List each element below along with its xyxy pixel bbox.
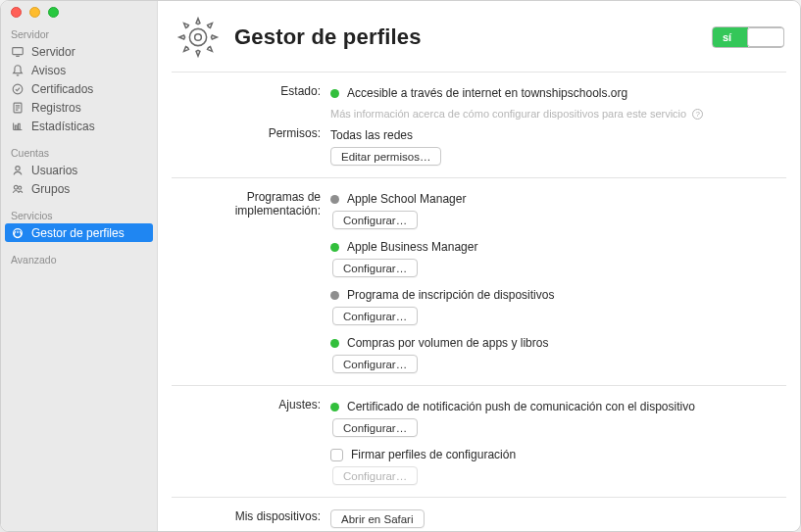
section-estado: Estado: Accesible a través de internet e… — [172, 73, 786, 178]
sidebar-item-gestor-perfiles[interactable]: Gestor de perfiles — [5, 223, 153, 242]
permisos-value: Todas las redes — [330, 128, 413, 142]
sidebar-group-cuentas: Usuarios Grupos — [1, 161, 157, 198]
sidebar-item-registros[interactable]: Registros — [1, 98, 157, 117]
ajustes-sign-label: Firmar perfiles de configuración — [351, 448, 516, 461]
configure-vpp-button[interactable]: Configurar… — [332, 355, 418, 373]
window-zoom-button[interactable] — [48, 7, 59, 18]
section-programas: Programas de implementación: Apple Schoo… — [172, 178, 786, 386]
svg-rect-0 — [13, 47, 24, 54]
status-dot-dep — [330, 291, 339, 300]
status-dot-estado — [330, 89, 339, 98]
gear-icon — [175, 15, 221, 60]
document-icon — [11, 101, 25, 115]
label-ajustes: Ajustes: — [172, 398, 330, 411]
switch-on-label: sí — [723, 31, 731, 43]
open-safari-devices-button[interactable]: Abrir en Safari — [330, 509, 425, 528]
program-dep: Programa de inscripción de dispositivos — [347, 288, 554, 302]
sidebar: Servidor Servidor Avisos Certificados — [1, 1, 158, 531]
gear-power-icon — [11, 226, 25, 240]
sidebar-item-certificados[interactable]: Certificados — [1, 79, 157, 98]
edit-permissions-button[interactable]: Editar permisos… — [330, 147, 441, 166]
sidebar-item-servidor[interactable]: Servidor — [1, 42, 157, 61]
configure-push-button[interactable]: Configurar… — [332, 418, 418, 437]
program-vpp: Compras por volumen de apps y libros — [347, 336, 548, 350]
sidebar-section-cuentas: Cuentas — [1, 141, 157, 161]
label-programas: Programas de implementación: — [172, 190, 330, 218]
sidebar-item-label: Avisos — [31, 64, 66, 77]
svg-point-10 — [195, 34, 202, 41]
sidebar-item-grupos[interactable]: Grupos — [1, 179, 157, 198]
ajustes-push-label: Certificado de notificación push de comu… — [347, 400, 695, 413]
section-links: Mis dispositivos: Abrir en Safari Gestor… — [172, 498, 786, 531]
sidebar-section-servicios: Servicios — [1, 204, 157, 223]
estado-text: Accesible a través de internet en townsh… — [347, 86, 627, 100]
info-icon[interactable]: ? — [692, 109, 703, 120]
label-estado: Estado: — [172, 84, 330, 98]
bell-icon — [11, 64, 25, 77]
sign-profiles-checkbox[interactable] — [330, 449, 343, 461]
section-ajustes: Ajustes: Certificado de notificación pus… — [172, 386, 786, 498]
sidebar-item-avisos[interactable]: Avisos — [1, 61, 157, 79]
sidebar-item-usuarios[interactable]: Usuarios — [1, 161, 157, 179]
window-minimize-button[interactable] — [29, 7, 40, 18]
svg-rect-4 — [18, 123, 20, 129]
users-icon — [11, 182, 25, 196]
estado-hint-row: Más información acerca de cómo configura… — [330, 105, 786, 122]
configure-abm-button[interactable]: Configurar… — [332, 259, 418, 277]
svg-point-5 — [16, 166, 20, 169]
user-icon — [11, 164, 25, 177]
window-traffic-lights — [1, 5, 157, 23]
form-rows: Estado: Accesible a través de internet e… — [172, 73, 786, 531]
estado-hint: Más información acerca de cómo configura… — [330, 108, 686, 120]
sidebar-item-label: Servidor — [31, 45, 75, 59]
app-window: Servidor Servidor Avisos Certificados — [0, 0, 801, 532]
sidebar-item-label: Grupos — [31, 182, 70, 196]
svg-point-1 — [13, 84, 23, 94]
status-dot-asm — [330, 195, 339, 204]
page-title: Gestor de perfiles — [234, 24, 422, 50]
window-close-button[interactable] — [11, 7, 22, 18]
sidebar-group-servidor: Servidor Avisos Certificados Registros — [1, 42, 157, 135]
chart-icon — [11, 120, 25, 133]
configure-dep-button[interactable]: Configurar… — [332, 307, 418, 325]
label-mis-dispositivos: Mis dispositivos: — [172, 509, 330, 523]
status-dot-vpp — [330, 339, 339, 348]
sidebar-item-label: Estadísticas — [31, 120, 95, 133]
program-apple-business: Apple Business Manager — [347, 240, 477, 254]
sidebar-item-label: Registros — [31, 101, 81, 115]
switch-thumb — [747, 27, 784, 47]
svg-point-7 — [19, 186, 22, 189]
sidebar-item-label: Certificados — [31, 82, 93, 96]
sidebar-item-label: Gestor de perfiles — [31, 226, 125, 240]
sidebar-section-servidor: Servidor — [1, 23, 157, 42]
status-dot-abm — [330, 243, 339, 252]
svg-point-6 — [14, 185, 18, 189]
configure-asm-button[interactable]: Configurar… — [332, 211, 418, 229]
status-dot-push — [330, 403, 339, 411]
sidebar-group-servicios: Gestor de perfiles — [1, 223, 157, 242]
svg-point-9 — [189, 28, 206, 45]
main-header: Gestor de perfiles sí — [172, 1, 786, 73]
display-icon — [11, 45, 25, 59]
label-permisos: Permisos: — [172, 126, 330, 140]
sidebar-item-estadisticas[interactable]: Estadísticas — [1, 117, 157, 135]
check-circle-icon — [11, 82, 25, 96]
svg-rect-3 — [15, 125, 17, 129]
sidebar-item-label: Usuarios — [31, 164, 77, 177]
main-content: Gestor de perfiles sí Estado: Accesible … — [158, 1, 800, 531]
service-toggle[interactable]: sí — [712, 26, 784, 48]
program-apple-school: Apple School Manager — [347, 192, 466, 206]
configure-sign-button: Configurar… — [332, 466, 418, 485]
sidebar-section-avanzado: Avanzado — [1, 248, 157, 267]
